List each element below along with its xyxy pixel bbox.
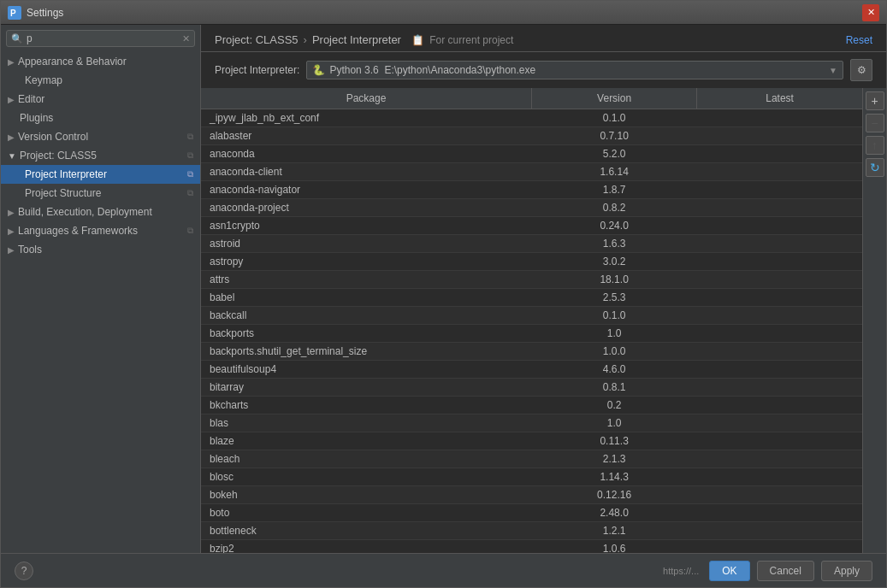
search-icon: 🔍 <box>11 33 23 44</box>
scope-icon: 📋 <box>411 34 424 46</box>
cell-latest <box>697 253 862 271</box>
table-row[interactable]: blaze0.11.3 <box>201 432 862 450</box>
table-row[interactable]: bzip21.0.6 <box>201 540 862 554</box>
table-row[interactable]: anaconda-client1.6.14 <box>201 163 862 181</box>
refresh-packages-button[interactable]: ↻ <box>866 158 884 177</box>
cell-package: backports <box>201 325 532 343</box>
cell-package: bzip2 <box>201 540 532 554</box>
table-row[interactable]: anaconda-project0.8.2 <box>201 199 862 217</box>
cell-package: blas <box>201 415 532 432</box>
cell-version: 1.6.3 <box>532 235 697 253</box>
table-row[interactable]: backcall0.1.0 <box>201 307 862 325</box>
cell-version: 1.2.1 <box>532 522 697 540</box>
cell-version: 0.11.3 <box>532 432 697 450</box>
table-row[interactable]: astropy3.0.2 <box>201 253 862 271</box>
ok-button[interactable]: OK <box>709 561 749 581</box>
sidebar-item-project-structure[interactable]: Project Structure ⧉ <box>1 184 200 203</box>
table-row[interactable]: anaconda-navigator1.8.7 <box>201 181 862 199</box>
cell-version: 1.0.0 <box>532 343 697 361</box>
cell-package: alabaster <box>201 127 532 145</box>
cell-version: 0.2 <box>532 397 697 415</box>
table-row[interactable]: asn1crypto0.24.0 <box>201 217 862 235</box>
breadcrumb-current: Project Interpreter <box>312 33 401 46</box>
table-row[interactable]: blosc1.14.3 <box>201 468 862 486</box>
breadcrumb-scope: 📋 For current project <box>411 34 513 46</box>
sidebar-item-plugins[interactable]: Plugins <box>1 109 200 127</box>
close-button[interactable]: ✕ <box>862 4 879 21</box>
table-row[interactable]: babel2.5.3 <box>201 289 862 307</box>
cell-latest <box>697 163 862 181</box>
cell-version: 2.48.0 <box>532 504 697 522</box>
help-button[interactable]: ? <box>15 562 33 580</box>
sidebar-item-label: Version Control <box>18 131 184 143</box>
table-row[interactable]: anaconda5.2.0 <box>201 145 862 163</box>
table-header-row: Package Version Latest <box>201 88 862 109</box>
table-row[interactable]: bokeh0.12.16 <box>201 486 862 504</box>
cell-latest <box>697 468 862 486</box>
cell-latest <box>697 181 862 199</box>
sidebar-item-project[interactable]: ▼ Project: CLASS5 ⧉ <box>1 146 200 165</box>
main-panel: Project: CLASS5 › Project Interpreter 📋 … <box>201 25 886 553</box>
col-header-package[interactable]: Package <box>201 88 532 109</box>
cell-version: 1.8.7 <box>532 181 697 199</box>
app-icon: P <box>8 6 21 20</box>
cell-latest <box>697 343 862 361</box>
expand-icon: ▶ <box>8 95 15 104</box>
sidebar-item-label: Languages & Frameworks <box>18 225 184 237</box>
col-header-latest[interactable]: Latest <box>697 88 862 109</box>
cell-latest <box>697 540 862 554</box>
table-row[interactable]: blas1.0 <box>201 415 862 432</box>
cell-latest <box>697 235 862 253</box>
sidebar-item-label: Plugins <box>20 112 193 124</box>
search-input[interactable] <box>27 32 182 44</box>
sidebar-item-keymap[interactable]: Keymap <box>1 71 200 90</box>
breadcrumb-project: Project: CLASS5 <box>215 33 299 46</box>
sidebar-item-project-interpreter[interactable]: Project Interpreter ⧉ <box>1 165 200 184</box>
copy-icon: ⧉ <box>187 188 193 198</box>
cell-version: 2.5.3 <box>532 289 697 307</box>
expand-icon: ▼ <box>8 151 16 161</box>
cancel-button[interactable]: Cancel <box>757 561 814 581</box>
table-row[interactable]: attrs18.1.0 <box>201 271 862 289</box>
col-header-version[interactable]: Version <box>532 88 697 109</box>
remove-package-button[interactable]: − <box>866 114 884 132</box>
table-row[interactable]: backports1.0 <box>201 325 862 343</box>
expand-icon: ▶ <box>8 226 15 236</box>
cell-version: 3.0.2 <box>532 253 697 271</box>
interpreter-settings-button[interactable]: ⚙ <box>850 59 872 81</box>
interpreter-select[interactable]: 🐍 Python 3.6 E:\python\Anaconda3\python.… <box>306 61 843 79</box>
cell-latest <box>697 307 862 325</box>
table-row[interactable]: bottleneck1.2.1 <box>201 522 862 540</box>
expand-icon: ▶ <box>8 132 15 142</box>
cell-package: blaze <box>201 432 532 450</box>
sidebar-item-tools[interactable]: ▶ Tools <box>1 240 200 259</box>
apply-button[interactable]: Apply <box>821 561 872 581</box>
table-row[interactable]: backports.shutil_get_terminal_size1.0.0 <box>201 343 862 361</box>
sidebar-item-version-control[interactable]: ▶ Version Control ⧉ <box>1 127 200 146</box>
sidebar-item-build[interactable]: ▶ Build, Execution, Deployment <box>1 203 200 221</box>
table-row[interactable]: astroid1.6.3 <box>201 235 862 253</box>
cell-latest <box>697 217 862 235</box>
upgrade-package-button[interactable]: ↑ <box>866 136 884 155</box>
table-row[interactable]: bkcharts0.2 <box>201 397 862 415</box>
table-row[interactable]: bitarray0.8.1 <box>201 379 862 397</box>
reset-button[interactable]: Reset <box>846 34 872 46</box>
cell-package: astroid <box>201 235 532 253</box>
cell-latest <box>697 361 862 379</box>
search-clear-icon[interactable]: ✕ <box>182 33 190 44</box>
interpreter-row: Project Interpreter: 🐍 Python 3.6 E:\pyt… <box>201 52 886 88</box>
table-row[interactable]: beautifulsoup44.6.0 <box>201 361 862 379</box>
table-row[interactable]: boto2.48.0 <box>201 504 862 522</box>
table-row[interactable]: alabaster0.7.10 <box>201 127 862 145</box>
svg-text:P: P <box>10 9 16 18</box>
table-row[interactable]: _ipyw_jlab_nb_ext_conf0.1.0 <box>201 109 862 127</box>
sidebar-item-appearance[interactable]: ▶ Appearance & Behavior <box>1 52 200 71</box>
table-row[interactable]: bleach2.1.3 <box>201 450 862 468</box>
add-package-button[interactable]: + <box>866 91 884 110</box>
cell-package: anaconda-project <box>201 199 532 217</box>
sidebar-item-languages[interactable]: ▶ Languages & Frameworks ⧉ <box>1 221 200 240</box>
cell-package: bitarray <box>201 379 532 397</box>
package-table-area: Package Version Latest _ipyw_jlab_nb_ext… <box>201 88 886 553</box>
sidebar-item-editor[interactable]: ▶ Editor <box>1 90 200 109</box>
cell-latest <box>697 271 862 289</box>
